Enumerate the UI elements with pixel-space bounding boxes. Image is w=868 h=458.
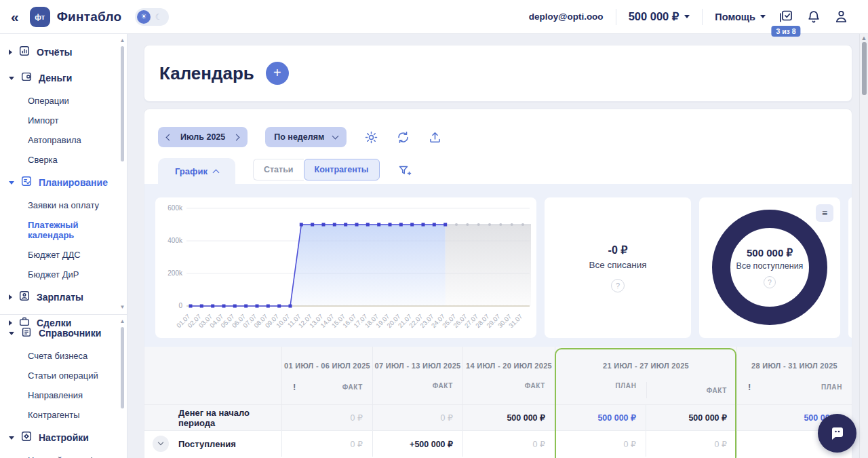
help-icon[interactable]: ?: [611, 279, 625, 292]
cell-value: 0 ₽: [555, 431, 646, 457]
app-logo: фт: [30, 7, 50, 27]
sidebar-item-budget-dir[interactable]: Бюджет ДиР: [0, 265, 127, 284]
notifications-button[interactable]: [806, 9, 821, 24]
chevron-down-icon: [684, 15, 690, 18]
header-label-cell: [144, 347, 281, 404]
sidebar-item-settings[interactable]: Настройки: [0, 425, 127, 451]
person-icon: [833, 9, 849, 24]
balance-dropdown[interactable]: 500 000 ₽: [629, 10, 690, 23]
header-week-5: 28 ИЮЛ - 31 ИЮЛ 2025 ! ПЛАН: [736, 347, 852, 404]
scrollbar-thumb[interactable]: [121, 46, 124, 161]
view-tabs: График Статьи Контрагенты: [144, 158, 852, 184]
add-button[interactable]: +: [266, 62, 289, 85]
scrollbar-thumb[interactable]: [121, 327, 124, 408]
profile-button[interactable]: [833, 9, 849, 24]
task-checklist-icon: [778, 9, 794, 25]
sun-icon: ☀: [137, 10, 151, 24]
svg-text:600k: 600k: [167, 204, 183, 212]
chevron-up-icon: [212, 169, 219, 176]
period-selector[interactable]: Июль 2025: [158, 127, 248, 147]
sidebar-item-label: Отчёты: [37, 47, 72, 58]
cell-value: 0 ₽: [372, 405, 462, 430]
sidebar-item-payment-calendar[interactable]: Платежный календарь: [0, 215, 127, 245]
funnel-plus-icon: [397, 164, 412, 178]
week-range: 01 ИЮЛ - 06 ИЮЛ 2025: [282, 362, 372, 370]
upload-icon: [428, 130, 442, 145]
header-week-3: 14 ИЮЛ - 20 ИЮЛ 2025 ФАКТ: [462, 347, 555, 404]
sidebar-item-money[interactable]: Деньги: [0, 65, 127, 91]
main-content: Календарь + Июль 2025 По неделям: [127, 34, 868, 458]
sidebar-item-label: Планирование: [39, 177, 108, 188]
export-button[interactable]: [428, 130, 442, 145]
tab-graph-label: График: [175, 166, 208, 176]
caret-down-icon: [9, 332, 14, 335]
settings-button[interactable]: [364, 130, 378, 145]
scroll-down-arrow[interactable]: ▼: [119, 305, 125, 310]
sidebar-item-directories[interactable]: Справочники: [0, 320, 127, 346]
tab-articles[interactable]: Статьи: [253, 159, 304, 180]
sidebar-item-planning[interactable]: Планирование: [0, 170, 127, 195]
table-row-inflows: Поступления 0 ₽ +500 000 ₽ 0 ₽ 0 ₽ 0 ₽ 0…: [144, 431, 852, 457]
sidebar-item-autorules[interactable]: Автоправила: [0, 130, 127, 150]
prev-month-button[interactable]: [166, 134, 173, 140]
scrollbar-thumb[interactable]: [862, 42, 867, 95]
sidebar-item-label: Зарплаты: [37, 292, 83, 303]
header-week-2: 07 ИЮЛ - 13 ИЮЛ 2025 ФАКТ: [372, 347, 462, 404]
chevron-down-icon: [760, 15, 766, 18]
theme-toggle[interactable]: ☀ ☾: [135, 8, 169, 26]
view-mode-dropdown[interactable]: По неделям: [265, 127, 347, 147]
filter-button[interactable]: [397, 164, 412, 178]
sidebar-item-salaries[interactable]: Зарплаты: [0, 284, 127, 310]
sidebar-scrollbar[interactable]: ▲: [119, 319, 125, 453]
sidebar-item-directions[interactable]: Направления: [0, 385, 127, 405]
sidebar-item-reconciliation[interactable]: Сверка: [0, 150, 127, 170]
sidebar-item-payment-requests[interactable]: Заявки на оплату: [0, 195, 127, 215]
scroll-up-arrow[interactable]: ▲: [119, 319, 125, 324]
fact-label: ФАКТ: [525, 382, 545, 389]
sidebar-item-profile-settings[interactable]: Настройки профиля: [0, 451, 127, 458]
card-menu-button[interactable]: ≡: [816, 204, 833, 222]
sidebar-item-import[interactable]: Импорт: [0, 111, 127, 130]
sidebar-item-operation-articles[interactable]: Статьи операций: [0, 366, 127, 385]
fact-label: ФАКТ: [433, 382, 453, 389]
cell-value: 0 ₽: [281, 431, 372, 457]
outflow-value: -0 ₽: [608, 244, 628, 256]
help-dropdown[interactable]: Помощь: [715, 12, 766, 22]
caret-down-icon: [9, 181, 14, 185]
sidebar-item-counterparties[interactable]: Контрагенты: [0, 405, 127, 425]
outflow-label: Все списания: [589, 260, 646, 270]
sidebar-scrollbar[interactable]: ▲ ▼: [119, 38, 125, 310]
sidebar-item-budget-dds[interactable]: Бюджет ДДС: [0, 245, 127, 265]
refresh-button[interactable]: [396, 130, 410, 145]
caret-down-icon: [9, 436, 14, 440]
cell-value: 0 ₽: [646, 431, 736, 457]
sidebar-item-business-accounts[interactable]: Счета бизнеса: [0, 346, 127, 366]
sidebar-item-reports[interactable]: Отчёты: [0, 39, 127, 65]
scroll-up-arrow[interactable]: ▲: [119, 38, 125, 43]
chat-fab-button[interactable]: [818, 414, 856, 453]
fact-label: ФАКТ: [707, 387, 727, 394]
bar-chart-icon: [18, 45, 31, 60]
help-label: Помощь: [715, 12, 755, 22]
sidebar-item-label: Справочники: [39, 328, 101, 339]
svg-text:400k: 400k: [167, 237, 183, 244]
sidebar-item-operations[interactable]: Операции: [0, 91, 127, 111]
next-card-edge: [848, 197, 852, 338]
row-label: Поступления: [144, 431, 281, 457]
divider: [616, 9, 616, 25]
help-icon[interactable]: ?: [764, 276, 776, 288]
sidebar-collapse-button[interactable]: «: [11, 9, 19, 24]
clipboard-icon: [20, 326, 33, 341]
sidebar: Отчёты Деньги Операции Импорт Автоправил…: [0, 34, 127, 458]
wallet-icon: [20, 71, 33, 85]
table-row-opening-balance: Денег на начало периода 0 ₽ 0 ₽ 500 000 …: [144, 405, 852, 431]
expand-row-toggle[interactable]: [153, 436, 169, 452]
page-scrollbar[interactable]: ▲: [859, 34, 868, 458]
tab-graph[interactable]: График: [158, 158, 235, 184]
account-email: deploy@opti.ooo: [529, 12, 604, 22]
calendar-card: Июль 2025 По неделям: [144, 109, 852, 458]
tasks-button[interactable]: 3 из 8: [778, 9, 794, 25]
tab-counterparties[interactable]: Контрагенты: [304, 159, 380, 180]
scroll-up-arrow[interactable]: ▲: [860, 35, 868, 41]
next-month-button[interactable]: [233, 134, 240, 140]
